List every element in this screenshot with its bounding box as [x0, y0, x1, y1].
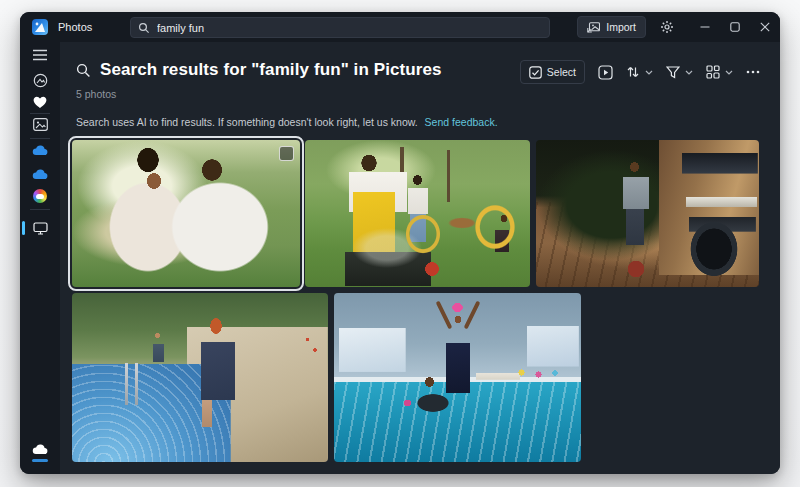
photo-thumbnail-2[interactable]: [305, 140, 530, 287]
folders-icon: [33, 118, 48, 131]
search-input[interactable]: [157, 22, 542, 34]
sidebar-item-onedrive[interactable]: [20, 141, 60, 159]
chevron-down-icon: [685, 70, 693, 75]
chevron-down-icon: [725, 70, 733, 75]
photo-thumbnail-5[interactable]: [334, 293, 581, 462]
sidebar-item-gallery[interactable]: [20, 71, 60, 89]
sidebar: [20, 42, 60, 474]
minimize-icon: [700, 22, 710, 32]
titlebar: Photos Import: [20, 12, 780, 42]
search-results-icon: [76, 63, 91, 78]
photos-app-icon: [32, 19, 48, 35]
maximize-button[interactable]: [720, 12, 750, 42]
close-button[interactable]: [750, 12, 780, 42]
sidebar-storage-button[interactable]: [20, 440, 60, 458]
import-label: Import: [606, 21, 636, 33]
settings-button[interactable]: [652, 14, 682, 40]
select-button[interactable]: Select: [520, 60, 585, 84]
global-search[interactable]: [130, 17, 550, 38]
sort-icon: [626, 65, 640, 79]
window-controls: [690, 12, 780, 42]
ai-notice: Search uses AI to find results. If somet…: [76, 116, 498, 128]
gallery-icon: [33, 73, 48, 88]
this-pc-icon: [33, 222, 48, 235]
minimize-button[interactable]: [690, 12, 720, 42]
app-title: Photos: [58, 21, 92, 33]
photo-thumbnail-3[interactable]: [536, 140, 759, 287]
import-icon: [587, 22, 600, 33]
layout-button[interactable]: [706, 65, 733, 79]
icloud-photos-icon: [33, 189, 47, 203]
heart-icon: [33, 96, 47, 109]
sidebar-item-icloud-photos[interactable]: [20, 187, 60, 205]
select-label: Select: [547, 66, 576, 78]
search-icon: [138, 22, 150, 34]
ai-notice-text: Search uses AI to find results. If somet…: [76, 116, 418, 128]
desktop-background: Photos Import: [0, 0, 800, 487]
close-icon: [760, 22, 770, 32]
sidebar-divider: [30, 113, 50, 114]
results-header: Search results for "family fun" in Pictu…: [60, 60, 780, 80]
cloud-storage-icon: [32, 444, 48, 455]
sidebar-item-this-pc[interactable]: [20, 219, 60, 237]
more-options-icon: [746, 70, 760, 74]
toolbar: Select: [520, 60, 760, 84]
onedrive-cloud-icon: [32, 145, 48, 156]
slideshow-icon: [598, 65, 613, 80]
import-button[interactable]: Import: [577, 16, 646, 38]
selection-checkbox[interactable]: [279, 146, 294, 161]
sidebar-menu-button[interactable]: [20, 46, 60, 64]
sidebar-item-onedrive-photos[interactable]: [20, 165, 60, 183]
titlebar-actions: Import: [577, 12, 780, 42]
photo-art-arm: [435, 301, 452, 330]
sidebar-item-folders[interactable]: [20, 115, 60, 133]
maximize-icon: [730, 22, 740, 32]
sidebar-divider: [30, 209, 50, 210]
send-feedback-link[interactable]: Send feedback.: [425, 116, 498, 128]
filter-button[interactable]: [666, 66, 693, 79]
storage-progress-bar: [32, 459, 48, 462]
slideshow-button[interactable]: [598, 65, 613, 80]
sort-button[interactable]: [626, 65, 653, 79]
filter-icon: [666, 66, 680, 79]
main-content: Search results for "family fun" in Pictu…: [60, 42, 780, 474]
checkbox-icon: [529, 66, 542, 79]
onedrive-photos-cloud-icon: [32, 169, 48, 180]
gear-icon: [660, 20, 674, 34]
photo-thumbnail-4[interactable]: [72, 293, 328, 462]
photos-app-window: Photos Import: [20, 12, 780, 474]
photo-art-arm: [463, 301, 480, 330]
photo-thumbnail-1[interactable]: [72, 140, 300, 287]
sidebar-divider: [30, 138, 50, 139]
photo-count: 5 photos: [76, 88, 116, 100]
sidebar-item-favorites[interactable]: [20, 93, 60, 111]
menu-icon: [33, 49, 47, 61]
chevron-down-icon: [645, 70, 653, 75]
page-title: Search results for "family fun" in Pictu…: [100, 60, 442, 80]
more-options-button[interactable]: [746, 70, 760, 74]
layout-icon: [706, 65, 720, 79]
